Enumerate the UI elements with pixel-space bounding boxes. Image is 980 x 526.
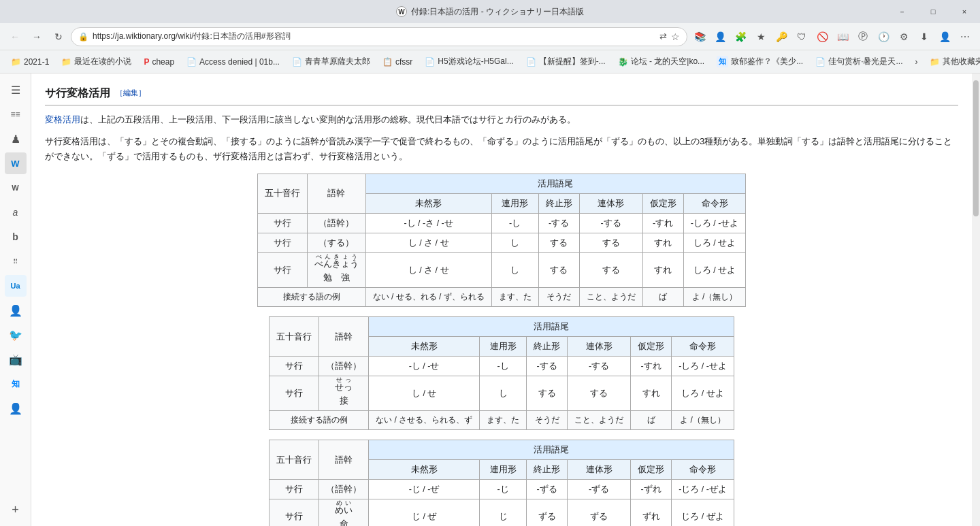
bookmark-label: 论坛 - 龙的天空|ko... bbox=[631, 56, 704, 67]
folder-icon: 📁 bbox=[61, 57, 71, 67]
sidebar-video[interactable]: 📺 bbox=[5, 348, 27, 370]
bookmark-label: 青青草原薩夫太郎 bbox=[305, 56, 370, 67]
td-renyou-3a: -じ bbox=[480, 480, 527, 499]
th-gokan-2: 語幹 bbox=[319, 317, 369, 357]
profile-icon[interactable]: 👤 bbox=[710, 27, 730, 46]
page-content: サ行変格活用 ［編集］ 変格活用は、上記の五段活用、上一段活用、下一段活用に該当… bbox=[31, 73, 972, 526]
sidebar-twitter[interactable]: 🐦 bbox=[5, 324, 27, 346]
menu-icon[interactable]: ⋯ bbox=[956, 27, 975, 46]
download-icon[interactable]: ⬇ bbox=[915, 27, 934, 46]
section-sa-title: サ行変格活用 ［編集］ bbox=[45, 84, 958, 105]
sidebar-games[interactable]: ♟ bbox=[5, 128, 27, 150]
collections-icon[interactable]: 📚 bbox=[690, 27, 709, 46]
td-meirei-1a: -しろ / -せよ bbox=[683, 213, 746, 233]
td-mizen-2b: し / せ bbox=[369, 376, 480, 411]
bookmark-label: 2021-1 bbox=[24, 57, 49, 67]
pocket-icon[interactable]: Ⓟ bbox=[853, 27, 872, 46]
bookmark-label: cheap bbox=[152, 57, 174, 67]
shield-icon[interactable]: 🛡 bbox=[792, 27, 811, 46]
title-bar-controls: － □ × bbox=[886, 0, 980, 23]
bookmark-more[interactable]: › bbox=[909, 53, 923, 71]
bookmark-h5[interactable]: 📄 H5游戏论坛-H5Gal... bbox=[419, 53, 519, 71]
address-bar[interactable]: 🔒 https://ja.wiktionary.org/wiki/付録:日本語の… bbox=[71, 27, 687, 46]
td-shushi-1a: -する bbox=[538, 213, 579, 233]
bookmark-cfssr[interactable]: 📋 cfssr bbox=[377, 53, 418, 71]
ruby-setsu: せっせっ bbox=[335, 382, 353, 392]
favorites-icon[interactable]: ★ bbox=[751, 27, 770, 46]
th-mizen-1: 未然形 bbox=[365, 193, 491, 213]
td-ex-katei-1: ば bbox=[642, 287, 683, 306]
th-gokan-1: 語幹 bbox=[307, 174, 365, 213]
bookmark-seishin[interactable]: 📄 青青草原薩夫太郎 bbox=[287, 53, 376, 71]
th-katsuyou-2: 活用語尾 bbox=[369, 317, 734, 337]
bookmark-2021[interactable]: 📁 2021-1 bbox=[5, 53, 54, 71]
bookmark-novels[interactable]: 📁 最近在读的小说 bbox=[56, 53, 137, 71]
sidebar-zhihu[interactable]: 知 bbox=[5, 373, 27, 395]
sidebar-profile[interactable]: 👤 bbox=[5, 397, 27, 419]
th-renyou-3: 連用形 bbox=[480, 460, 527, 480]
sidebar-dots[interactable]: ⠿ bbox=[5, 250, 27, 272]
sidebar-wikipedia-2[interactable]: W bbox=[5, 177, 27, 199]
sidebar-user[interactable]: 👤 bbox=[5, 299, 27, 321]
sidebar-upload[interactable]: Ua bbox=[5, 275, 27, 297]
bookmark-access[interactable]: 📄 Access denied | 01b... bbox=[181, 53, 285, 71]
back-button[interactable]: ← bbox=[5, 27, 24, 46]
close-button[interactable]: × bbox=[949, 0, 980, 23]
sidebar-add[interactable]: + bbox=[5, 499, 27, 521]
bookmark-label: 致郁鉴作？《美少... bbox=[731, 56, 803, 67]
star-icon[interactable]: ☆ bbox=[671, 31, 680, 42]
bookmark-label: 【新提醒】签到-... bbox=[539, 56, 606, 67]
table-sa-2: 五十音行 語幹 活用語尾 未然形 連用形 終止形 連体形 仮定形 命令形 サ行 bbox=[269, 316, 734, 430]
ruby-benkyou: べんきょうべんきょう bbox=[314, 259, 359, 269]
kakaku-link[interactable]: 変格活用 bbox=[45, 114, 80, 125]
account-icon[interactable]: 👤 bbox=[935, 27, 954, 46]
sidebar-link-b[interactable]: b bbox=[5, 226, 27, 248]
td-sa-1: サ行 bbox=[257, 213, 307, 233]
bookmark-other[interactable]: 📁 其他收藏夹 bbox=[924, 53, 980, 71]
scrollbar[interactable] bbox=[972, 73, 980, 526]
intro-text-1: 変格活用は、上記の五段活用、上一段活用、下一段活用に該当しない変則的な活用形の総… bbox=[45, 112, 958, 127]
bookmark-label: H5游戏论坛-H5Gal... bbox=[438, 56, 513, 67]
th-katsuyou-1: 活用語尾 bbox=[365, 174, 746, 193]
bookmark-jiaju[interactable]: 📄 佳句赏析·暑光是天... bbox=[810, 53, 908, 71]
td-ex-katei-2: ば bbox=[631, 411, 672, 430]
sidebar-collections[interactable]: ≡≡ bbox=[5, 103, 27, 125]
scrollbar-thumb[interactable] bbox=[973, 80, 979, 216]
section-sa-edit[interactable]: ［編集］ bbox=[116, 87, 146, 99]
td-rentai-1b: する bbox=[579, 233, 642, 252]
bookmark-zhihu[interactable]: 知 致郁鉴作？《美少... bbox=[711, 53, 808, 71]
title-bar-title: W 付録:日本語の活用 - ウィクショナリー日本語版 bbox=[396, 6, 584, 18]
bookmark-dragon[interactable]: 🐉 论坛 - 龙的天空|ko... bbox=[612, 53, 710, 71]
td-ex-meirei-2: よ /（無し） bbox=[672, 411, 734, 430]
th-katei-2: 仮定形 bbox=[631, 337, 672, 357]
td-gokan-3b: めいめい命 bbox=[319, 499, 369, 526]
wiki-logo: W bbox=[396, 6, 407, 17]
history-icon[interactable]: 🕐 bbox=[874, 27, 893, 46]
reader-icon[interactable]: 📖 bbox=[833, 27, 852, 46]
extensions-icon[interactable]: 🧩 bbox=[731, 27, 750, 46]
refresh-button[interactable]: ↻ bbox=[49, 27, 68, 46]
td-renyou-3b: じ bbox=[480, 499, 527, 526]
td-meirei-3a: -じろ / -ぜよ bbox=[672, 480, 734, 499]
sidebar-link-a[interactable]: a bbox=[5, 201, 27, 223]
td-ex-shushi-2: そうだ bbox=[527, 411, 568, 430]
sidebar-menu[interactable]: ☰ bbox=[5, 79, 27, 101]
ruby-mei: めいめい bbox=[335, 506, 353, 515]
th-renyou-2: 連用形 bbox=[480, 337, 527, 357]
bookmark-cheap[interactable]: P cheap bbox=[138, 53, 180, 71]
password-icon[interactable]: 🔑 bbox=[772, 27, 791, 46]
td-renyou-1b: し bbox=[491, 233, 538, 252]
bookmark-label: 佳句赏析·暑光是天... bbox=[828, 56, 902, 67]
td-katei-2a: -すれ bbox=[631, 357, 672, 376]
minimize-button[interactable]: － bbox=[886, 0, 917, 23]
maximize-button[interactable]: □ bbox=[917, 0, 949, 23]
sidebar-wikipedia-1[interactable]: W bbox=[5, 152, 27, 174]
settings-icon[interactable]: ⚙ bbox=[894, 27, 913, 46]
td-ex-renyou-1: ます、た bbox=[491, 287, 538, 306]
forward-button[interactable]: → bbox=[27, 27, 46, 46]
page-icon: 📄 bbox=[815, 57, 826, 67]
td-ex-shushi-1: そうだ bbox=[538, 287, 579, 306]
pocket-logo: P bbox=[144, 57, 149, 67]
bookmark-signin[interactable]: 📄 【新提醒】签到-... bbox=[521, 53, 611, 71]
adblock-icon[interactable]: 🚫 bbox=[813, 27, 832, 46]
